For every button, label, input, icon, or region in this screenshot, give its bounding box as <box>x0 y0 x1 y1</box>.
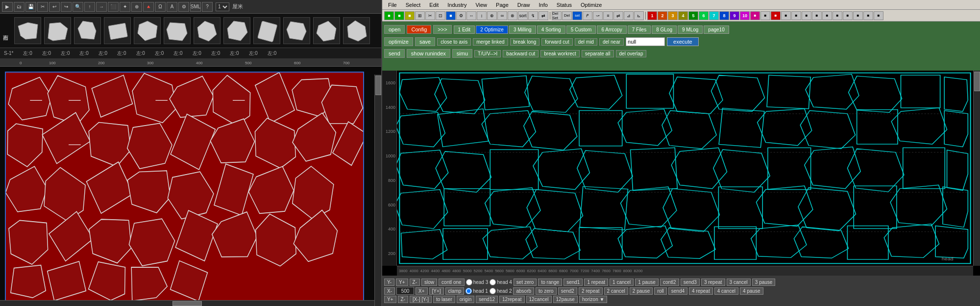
icon-btn-17[interactable]: ⊾ <box>634 11 644 20</box>
del-overlap-btn[interactable]: del overlap <box>616 50 647 57</box>
tab-4-sorting[interactable]: 4 Sorting <box>537 26 565 34</box>
icon-btn-20[interactable]: ■ <box>791 11 801 20</box>
head3-radio[interactable] <box>466 279 472 285</box>
icon-num-10[interactable]: 10 <box>740 11 750 20</box>
del-near-btn[interactable]: del near <box>599 38 624 46</box>
del-mid-btn[interactable]: del mid <box>575 38 597 46</box>
menu-select[interactable]: Select <box>402 1 425 8</box>
open-btn[interactable]: open <box>384 25 405 34</box>
icon-btn-28[interactable]: ■ <box>874 11 883 20</box>
to-zero-btn[interactable]: to zero <box>536 287 557 295</box>
x-minus-btn[interactable]: X- <box>384 287 395 295</box>
icon-blue-1[interactable]: ■ <box>446 11 456 20</box>
tab-5-custom[interactable]: 5 Custom <box>566 26 596 34</box>
toolbar-btn-2[interactable]: 🗂 <box>14 2 24 12</box>
absorb-btn[interactable]: absorb <box>513 287 534 295</box>
menu-info[interactable]: Info <box>535 1 551 8</box>
piece-9[interactable] <box>253 17 280 44</box>
simu-btn[interactable]: simu <box>452 49 472 58</box>
toolbar-btn-6[interactable]: ↪ <box>61 2 72 12</box>
pause1-btn[interactable]: 1 pause <box>635 279 659 286</box>
icon-num-8[interactable]: 8 <box>719 11 729 20</box>
optimize-btn[interactable]: optimize <box>384 37 413 46</box>
left-scrollbar-vertical[interactable] <box>374 75 381 306</box>
icon-btn-16[interactable]: ⊿ <box>624 11 634 20</box>
menu-view[interactable]: View <box>471 1 491 8</box>
piece-3[interactable] <box>74 17 101 44</box>
pause2-btn[interactable]: 2 pause <box>630 287 653 295</box>
piece-1[interactable] <box>14 17 41 44</box>
icon-btn-27[interactable]: ■ <box>863 11 873 20</box>
icon-btn-13[interactable]: ⤻ <box>593 11 603 20</box>
x-plus-btn[interactable]: X+ <box>416 287 428 295</box>
repeat12-btn[interactable]: 12repeat <box>499 296 524 303</box>
pause12-btn[interactable]: 12pause <box>553 296 578 303</box>
merge-linked-btn[interactable]: merge linked <box>473 38 508 46</box>
toolbar-btn-12[interactable]: ⊕ <box>131 2 142 12</box>
y-plus-btn[interactable]: Y+ <box>396 279 408 286</box>
null-input[interactable] <box>626 37 665 46</box>
piece-7[interactable] <box>194 17 220 44</box>
icon-btn-5[interactable]: ↔ <box>466 11 476 20</box>
cancel12-btn[interactable]: 12cancel <box>526 296 552 303</box>
repeat3-btn[interactable]: 3 repeat <box>701 279 725 286</box>
icon-btn-15[interactable]: ⇌ <box>613 11 623 20</box>
icon-btn-4[interactable]: ⚙ <box>456 11 466 20</box>
icon-btn-26[interactable]: ■ <box>853 11 863 20</box>
icon-btn-12[interactable]: ↱ <box>583 11 592 20</box>
tab-9-mlog[interactable]: 9 MLog <box>678 26 703 34</box>
icon-del-set[interactable]: Del Set <box>552 11 562 20</box>
menu-file[interactable]: File <box>384 1 401 8</box>
toolbar-btn-16[interactable]: ⚙ <box>178 2 189 12</box>
icon-btn-14[interactable]: ≡ <box>603 11 613 20</box>
icon-num-3[interactable]: 3 <box>668 11 678 20</box>
xy-minus-btn[interactable]: [X-] [Y-] <box>410 296 432 303</box>
icon-green-1[interactable]: ■ <box>384 11 394 20</box>
piece-6[interactable] <box>164 17 191 44</box>
piece-5[interactable] <box>134 17 161 44</box>
show-runindex-btn[interactable]: show runindex <box>407 49 450 58</box>
contl-one-btn[interactable]: contl one <box>439 279 465 286</box>
menu-draw[interactable]: Draw <box>514 1 534 8</box>
piece-8[interactable] <box>223 17 250 44</box>
repeat2-btn[interactable]: 2 repeat <box>579 287 603 295</box>
toolbar-btn-10[interactable]: ⬛ <box>108 2 119 12</box>
icon-btn-21[interactable]: ■ <box>802 11 811 20</box>
head1-radio[interactable] <box>466 288 472 294</box>
icon-btn-23[interactable]: ■ <box>822 11 832 20</box>
pause3-btn[interactable]: 3 pause <box>752 279 776 286</box>
y-plus3-btn[interactable]: Y+ <box>384 296 396 303</box>
separate-all-btn[interactable]: separate all <box>582 50 614 57</box>
cancel1-btn[interactable]: 1 cancel <box>610 279 634 286</box>
menu-edit[interactable]: Edit <box>425 1 442 8</box>
toolbar-btn-9[interactable]: → <box>96 2 107 12</box>
clamp-btn[interactable]: clamp <box>445 287 465 295</box>
left-scrollbar-horizontal[interactable] <box>0 300 374 306</box>
tab-3-milling[interactable]: 3 Milling <box>509 26 536 34</box>
tab-10-page[interactable]: page10 <box>704 26 729 34</box>
send1-btn[interactable]: send1 <box>564 279 583 286</box>
send3-btn[interactable]: send3 <box>681 279 700 286</box>
z-minus-btn[interactable]: Z- <box>410 279 420 286</box>
toolbar-btn-14[interactable]: Ω <box>155 2 166 12</box>
toolbar-btn-17[interactable]: SML <box>190 2 201 12</box>
toolbar-btn-13[interactable]: 🔺 <box>143 2 154 12</box>
right-scrollbar-horizontal[interactable]: 3800 4000 4200 4400 4600 4800 5000 5200 … <box>397 266 973 276</box>
cancel3-btn[interactable]: 3 cancel <box>727 279 751 286</box>
icon-btn-22[interactable]: ■ <box>812 11 822 20</box>
tab-6-arrcopy[interactable]: 6 Arrcopy <box>597 26 626 34</box>
icon-btn-25[interactable]: ■ <box>843 11 853 20</box>
break-long-btn[interactable]: break long <box>510 38 540 46</box>
icon-num-7[interactable]: 7 <box>709 11 719 20</box>
roll-btn[interactable]: roll <box>654 287 666 295</box>
icon-btn-24[interactable]: ■ <box>833 11 842 20</box>
cancel4-btn[interactable]: 4 cancel <box>714 287 738 295</box>
icon-num-1[interactable]: 1 <box>647 11 657 20</box>
icon-btn-18[interactable]: ■ <box>760 11 770 20</box>
right-scrollbar-vertical[interactable] <box>973 71 980 266</box>
icon-yellow-1[interactable]: ■ <box>405 11 415 20</box>
icon-num-6[interactable]: 6 <box>699 11 709 20</box>
toolbar-btn-18[interactable]: ? <box>202 2 213 12</box>
y-minus-btn[interactable]: Y- <box>384 279 394 286</box>
menu-page[interactable]: Page <box>492 1 513 8</box>
